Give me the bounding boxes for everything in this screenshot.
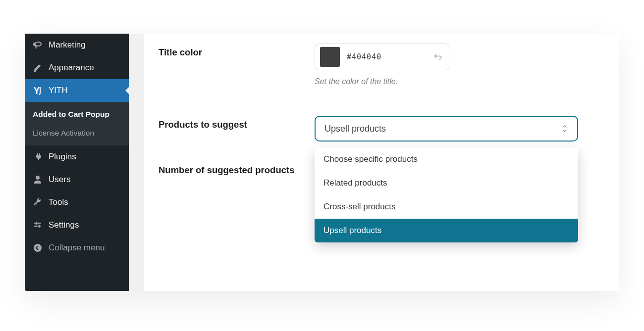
sidebar-item-settings[interactable]: Settings — [25, 214, 129, 236]
yith-icon — [33, 86, 43, 95]
color-value: #404040 — [347, 52, 381, 61]
label-title-color: Title color — [159, 44, 315, 86]
sidebar-submenu: Added to Cart Popup License Activation — [25, 102, 129, 145]
settings-panel: Title color #404040 Set the color of the… — [144, 34, 619, 291]
collapse-label: Collapse menu — [49, 243, 105, 253]
brush-icon — [33, 63, 43, 73]
main-area: Title color #404040 Set the color of the… — [129, 34, 619, 291]
field-products-to-suggest: Upsell products Choose specific products… — [315, 116, 604, 142]
label-products-to-suggest: Products to suggest — [159, 116, 315, 142]
sidebar-item-marketing[interactable]: Marketing — [25, 34, 129, 56]
label-num-suggested: Number of suggested products — [159, 161, 315, 225]
option-cross-sell[interactable]: Cross-sell products — [315, 195, 578, 219]
collapse-icon — [33, 243, 43, 253]
color-swatch[interactable] — [320, 47, 340, 67]
sidebar-item-label: Plugins — [49, 152, 76, 162]
sidebar-item-label: Settings — [49, 220, 79, 230]
svg-point-0 — [34, 244, 42, 252]
select-value: Upsell products — [324, 124, 386, 134]
collapse-menu-button[interactable]: Collapse menu — [25, 236, 129, 259]
sidebar-item-label: Users — [49, 175, 70, 185]
megaphone-icon — [33, 40, 43, 50]
option-related[interactable]: Related products — [315, 171, 578, 195]
sidebar-item-tools[interactable]: Tools — [25, 191, 129, 214]
sidebar-item-plugins[interactable]: Plugins — [25, 145, 129, 168]
reset-color-button[interactable] — [432, 51, 444, 63]
plug-icon — [33, 152, 43, 162]
sidebar-item-appearance[interactable]: Appearance — [25, 56, 129, 79]
sidebar-item-label: Appearance — [49, 63, 94, 73]
sidebar-item-users[interactable]: Users — [25, 168, 129, 191]
sidebar-item-label: Marketing — [49, 40, 86, 50]
sidebar-item-yith[interactable]: YITH — [25, 79, 129, 102]
submenu-item-added-to-cart[interactable]: Added to Cart Popup — [25, 105, 129, 124]
row-title-color: Title color #404040 Set the color of the… — [159, 44, 604, 86]
option-choose-specific[interactable]: Choose specific products — [315, 147, 578, 171]
undo-icon — [433, 52, 443, 62]
user-icon — [33, 175, 43, 185]
products-select[interactable]: Upsell products — [315, 116, 578, 142]
chevron-updown-icon — [561, 124, 568, 133]
products-dropdown: Choose specific products Related product… — [315, 147, 578, 242]
app-frame: Marketing Appearance YITH Added to Cart … — [25, 34, 619, 291]
color-picker[interactable]: #404040 — [315, 44, 449, 70]
field-title-color: #404040 Set the color of the title. — [315, 44, 604, 86]
option-upsell[interactable]: Upsell products — [315, 219, 578, 242]
row-products-to-suggest: Products to suggest Upsell products Choo… — [159, 116, 604, 142]
sliders-icon — [33, 220, 43, 230]
help-title-color: Set the color of the title. — [315, 77, 604, 86]
admin-sidebar: Marketing Appearance YITH Added to Cart … — [25, 34, 129, 291]
sidebar-item-label: Tools — [49, 197, 68, 207]
submenu-item-license[interactable]: License Activation — [25, 124, 129, 142]
sidebar-item-label: YITH — [49, 86, 68, 95]
wrench-icon — [33, 197, 43, 207]
